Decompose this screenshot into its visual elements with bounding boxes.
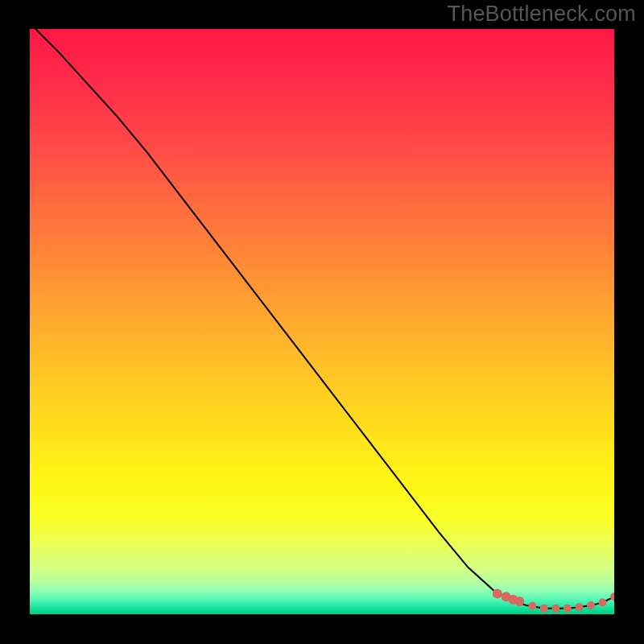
marker-dot <box>587 601 595 609</box>
plot-svg <box>30 29 614 614</box>
chart-frame: TheBottleneck.com <box>0 0 644 644</box>
marker-dot <box>493 589 502 599</box>
marker-dot <box>528 602 536 610</box>
marker-dot <box>514 597 524 606</box>
plot-area <box>30 29 614 614</box>
marker-dot <box>564 605 572 613</box>
marker-dot <box>598 598 606 606</box>
marker-dot <box>575 603 583 611</box>
watermark-text: TheBottleneck.com <box>447 2 636 27</box>
marker-dot <box>540 605 548 613</box>
marker-dot <box>551 605 559 613</box>
